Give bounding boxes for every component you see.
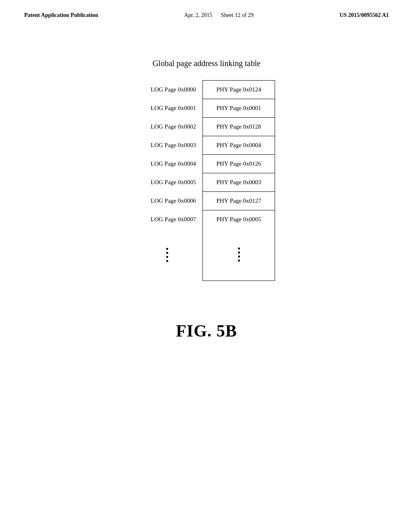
main-content: Global page address linking table LOG Pa… <box>0 27 413 341</box>
table-row: LOG Page 0x0007 PHY Page 0x0005 <box>138 210 275 229</box>
table-row: LOG Page 0x0004 PHY Page 0x0126 <box>138 154 275 173</box>
log-cell-3: LOG Page 0x0003 <box>138 136 202 154</box>
table-row: LOG Page 0x0000 PHY Page 0x0124 <box>138 80 275 99</box>
header-date: Apr. 2, 2015 <box>184 12 213 18</box>
log-cell-0: LOG Page 0x0000 <box>138 80 202 99</box>
phy-cell-4: PHY Page 0x0126 <box>202 154 275 173</box>
phy-cell-0: PHY Page 0x0124 <box>202 80 275 99</box>
figure-label: FIG. 5B <box>176 321 237 341</box>
header-left: Patent Application Publication <box>24 12 98 19</box>
address-linking-table: LOG Page 0x0000 PHY Page 0x0124 LOG Page… <box>138 80 275 281</box>
table-row: LOG Page 0x0001 PHY Page 0x0001 <box>138 99 275 117</box>
log-cell-4: LOG Page 0x0004 <box>138 154 202 173</box>
phy-cell-1: PHY Page 0x0001 <box>202 99 275 117</box>
diagram-title: Global page address linking table <box>152 59 261 68</box>
table-row: LOG Page 0x0006 PHY Page 0x0127 <box>138 191 275 210</box>
phy-cell-5: PHY Page 0x0003 <box>202 173 275 191</box>
table-row: LOG Page 0x0003 PHY Page 0x0004 <box>138 136 275 154</box>
phy-dots <box>202 229 275 281</box>
phy-cell-2: PHY Page 0x0128 <box>202 117 275 136</box>
header-center: Apr. 2, 2015 Sheet 12 of 29 <box>184 12 254 19</box>
phy-cell-3: PHY Page 0x0004 <box>202 136 275 154</box>
page-header: Patent Application Publication Apr. 2, 2… <box>0 0 413 27</box>
log-cell-2: LOG Page 0x0002 <box>138 117 202 136</box>
phy-cell-7: PHY Page 0x0005 <box>202 210 275 229</box>
table-row: LOG Page 0x0002 PHY Page 0x0128 <box>138 117 275 136</box>
table-row: LOG Page 0x0005 PHY Page 0x0003 <box>138 173 275 191</box>
header-sheet: Sheet 12 of 29 <box>221 12 254 18</box>
log-cell-5: LOG Page 0x0005 <box>138 173 202 191</box>
log-cell-6: LOG Page 0x0006 <box>138 191 202 210</box>
log-cell-7: LOG Page 0x0007 <box>138 210 202 229</box>
log-cell-1: LOG Page 0x0001 <box>138 99 202 117</box>
table-row-continuation <box>138 229 275 281</box>
log-dots <box>138 229 202 281</box>
phy-cell-6: PHY Page 0x0127 <box>202 191 275 210</box>
header-right: US 2015/0095562 A1 <box>340 12 389 19</box>
